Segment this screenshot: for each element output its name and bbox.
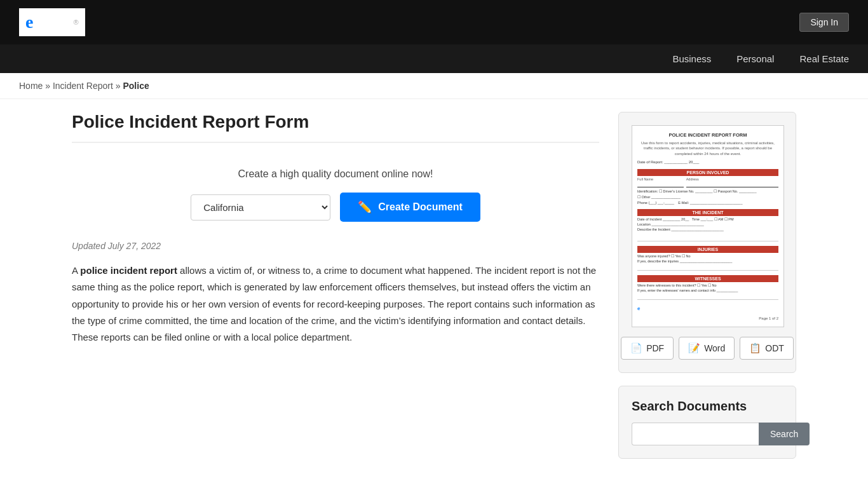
nav-item-personal[interactable]: Personal (736, 53, 774, 64)
doc-underline-name (637, 181, 684, 187)
breadcrumb-sep1: » (45, 81, 50, 91)
create-document-button[interactable]: ✏️ Create Document (340, 193, 480, 222)
sign-in-button[interactable]: Sign In (799, 13, 849, 32)
top-bar: e Forms® Sign In (0, 0, 868, 44)
search-button[interactable]: Search (759, 423, 810, 445)
doc-witnesses: Were there witnesses to this incident? ☐… (637, 283, 778, 287)
breadcrumb-current: Police (123, 81, 149, 91)
create-section: Create a high quality document online no… (72, 156, 599, 241)
pencil-icon: ✏️ (358, 200, 372, 214)
doc-section-witnesses: WITNESSES (637, 275, 778, 282)
desc-part1: A (72, 265, 80, 276)
doc-preview-title: POLICE INCIDENT REPORT FORM (669, 132, 747, 138)
search-row: Search (632, 423, 783, 445)
doc-section-injuries: INJURIES (637, 246, 778, 253)
doc-preview-subtitle: Use this form to report accidents, injur… (637, 140, 778, 156)
search-section: Search Documents Search (618, 386, 796, 459)
doc-injuries-desc: If yes, describe the injuries __________… (637, 259, 778, 263)
doc-date-label: Date of Report: ___________ 20___ (637, 160, 699, 164)
nav-item-business[interactable]: Business (672, 53, 711, 64)
logo-reg: ® (74, 18, 79, 26)
doc-witness-line (637, 294, 778, 300)
sidebar: POLICE INCIDENT REPORT FORM Use this for… (618, 112, 796, 459)
content-area: Police Incident Report Form Create a hig… (72, 112, 599, 459)
breadcrumb-incident[interactable]: Incident Report (53, 81, 113, 91)
doc-preview-card: POLICE INCIDENT REPORT FORM Use this for… (618, 112, 796, 373)
nav-bar: Business Personal Real Estate (0, 44, 868, 73)
doc-phone-row: Phone (___) ___-_____ E-Mail: __________… (637, 201, 778, 205)
doc-section-incident: THE INCIDENT (637, 209, 778, 216)
doc-underline-address (686, 181, 778, 187)
doc-incident-date: Date of Incident _________ 20__ Time ___… (637, 217, 778, 221)
word-download-button[interactable]: 📝 Word (679, 337, 735, 360)
breadcrumb: Home » Incident Report » Police (0, 73, 868, 99)
word-label: Word (704, 343, 725, 353)
doc-logo-small: e (637, 306, 778, 311)
pdf-label: PDF (646, 343, 664, 353)
desc-bold: police incident report (80, 265, 177, 276)
odt-label: ODT (765, 343, 784, 353)
search-heading: Search Documents (632, 399, 783, 414)
state-select[interactable]: AlabamaAlaskaArizonaArkansasCaliforniaCo… (191, 194, 330, 220)
updated-date: Updated July 27, 2022 (72, 241, 599, 251)
main-container: Police Incident Report Form Create a hig… (53, 99, 815, 471)
doc-describe: Describe the Incident __________________… (637, 227, 778, 231)
doc-injured: Was anyone injured? ☐ Yes ☐ No (637, 254, 778, 258)
nav-item-real-estate[interactable]: Real Estate (799, 53, 849, 64)
logo-e-letter: e (25, 12, 33, 32)
doc-person-fields: Full Name Address (637, 177, 778, 187)
doc-location: Location ___________________________ (637, 222, 778, 226)
doc-other-row: ☐ Other _______________ (637, 195, 778, 199)
word-icon: 📝 (688, 342, 700, 354)
doc-page-num: Page 1 of 2 (637, 316, 778, 320)
doc-id-row: Identification: ☐ Driver's License No. _… (637, 189, 778, 193)
logo-box: e Forms® (19, 8, 85, 36)
description: A police incident report allows a victim… (72, 262, 599, 346)
desc-part2: allows a victim of, or witness to, a cri… (72, 265, 596, 342)
breadcrumb-sep2: » (116, 81, 121, 91)
doc-date-row: Date of Report: ___________ 20___ (637, 160, 778, 164)
doc-thumbnail: POLICE INCIDENT REPORT FORM Use this for… (632, 125, 784, 327)
logo-area: e Forms® (19, 8, 85, 36)
page-title: Police Incident Report Form (72, 112, 599, 143)
controls-row: AlabamaAlaskaArizonaArkansasCaliforniaCo… (72, 193, 599, 222)
create-prompt: Create a high quality document online no… (72, 168, 599, 180)
create-btn-label: Create Document (378, 201, 462, 213)
odt-download-button[interactable]: 📋 ODT (740, 337, 794, 360)
pdf-download-button[interactable]: 📄 PDF (621, 337, 674, 360)
search-input[interactable] (632, 423, 759, 445)
doc-section-person: PERSON INVOLVED (637, 169, 778, 176)
doc-field-name: Full Name (637, 177, 684, 187)
breadcrumb-home[interactable]: Home (19, 81, 43, 91)
doc-injuries-line (637, 264, 778, 271)
doc-witness-info: If yes, enter the witnesses' names and c… (637, 288, 778, 292)
logo-forms-text: Forms (33, 14, 73, 30)
doc-field-address: Address (686, 177, 778, 187)
download-buttons: 📄 PDF 📝 Word 📋 ODT (632, 337, 783, 360)
pdf-icon: 📄 (630, 342, 642, 354)
odt-icon: 📋 (749, 342, 761, 354)
doc-describe-line (637, 233, 778, 241)
